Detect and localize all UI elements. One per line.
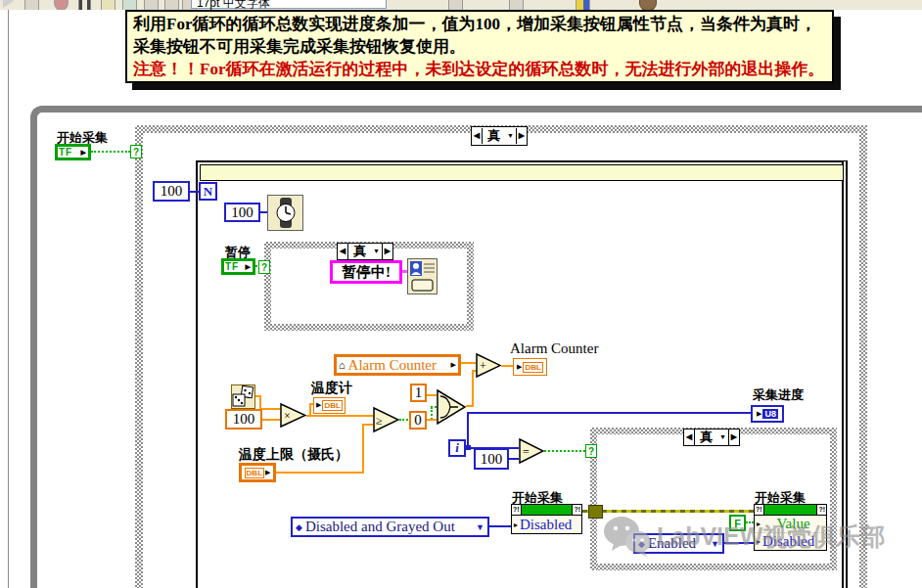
boolean-reference-bar bbox=[521, 505, 574, 515]
pause-case-selector-label[interactable]: ◀ 真 ▼ ▶ bbox=[337, 243, 393, 260]
progress-label[interactable]: 采集进度 bbox=[753, 386, 804, 404]
ring-caret-icon[interactable]: ▼ bbox=[476, 522, 484, 532]
property-row-disabled[interactable]: ▸ Disabled bbox=[512, 516, 581, 533]
outer-case-selector-value[interactable]: 真 bbox=[483, 128, 505, 144]
for-loop-count-terminal[interactable]: N bbox=[199, 182, 217, 201]
pause-message-string-constant[interactable]: 暂停中! bbox=[330, 260, 402, 284]
loop-count-constant[interactable]: 100 bbox=[153, 181, 190, 202]
font-selector[interactable]: 17pt 中文字体 bbox=[191, 0, 387, 9]
temperature-limit-control-terminal[interactable]: DBL ▶ bbox=[239, 463, 276, 482]
distribute-menu-icon[interactable] bbox=[509, 0, 524, 10]
pause-button-icon[interactable] bbox=[78, 0, 91, 10]
distribute-objects-icon[interactable] bbox=[144, 0, 159, 10]
wire-limit-h2 bbox=[362, 424, 373, 426]
align-menu-icon[interactable] bbox=[448, 0, 463, 10]
comment-box[interactable]: 利用For循环的循环总数实现进度条加一，值为100，增加采集按钮属性节点，当条件… bbox=[125, 10, 834, 83]
pause-case-selector-value[interactable]: 真 bbox=[348, 244, 371, 259]
terminal-out-arrow-icon: ▶ bbox=[246, 263, 252, 270]
case-next-arrow-icon[interactable]: ▶ bbox=[728, 430, 739, 445]
inner-case-selector-value[interactable]: 真 bbox=[695, 430, 717, 445]
comment-text-black: 利用For循环的循环总数实现进度条加一，值为100，增加采集按钮属性节点，当条件… bbox=[133, 13, 826, 58]
case-dropdown-caret-icon[interactable]: ▼ bbox=[505, 132, 516, 140]
clipboard-icon[interactable] bbox=[101, 0, 115, 10]
disabled-grayed-ring-constant[interactable]: ◆ Disabled and Grayed Out ▼ bbox=[291, 517, 489, 537]
wire-equal-dotted bbox=[544, 450, 585, 452]
add-symbol: + bbox=[480, 359, 486, 373]
abort-button-icon[interactable] bbox=[54, 0, 69, 10]
case-dropdown-caret-icon[interactable]: ▼ bbox=[717, 433, 728, 441]
wire-i-junction bbox=[466, 445, 471, 450]
wire-dice-v bbox=[259, 395, 261, 409]
case-prev-arrow-icon[interactable]: ◀ bbox=[472, 128, 483, 144]
terminal-out-arrow-icon: ▶ bbox=[265, 470, 270, 476]
wire-ring-to-propleft bbox=[489, 525, 511, 527]
case-next-arrow-icon[interactable]: ▶ bbox=[516, 128, 527, 144]
temperature-limit-label[interactable]: 温度上限（摄氏） bbox=[239, 446, 348, 464]
wire-select-true bbox=[427, 394, 437, 396]
multiply-symbol: × bbox=[284, 409, 291, 423]
wire-count bbox=[190, 191, 199, 193]
outer-case-selector-label[interactable]: ◀ 真 ▼ ▶ bbox=[471, 126, 528, 146]
reorder-menu-icon[interactable] bbox=[639, 0, 657, 10]
pause-case-border-bottom bbox=[264, 324, 474, 331]
multiply-node[interactable]: × bbox=[280, 402, 306, 432]
run-continuous-icon[interactable] bbox=[24, 0, 39, 10]
loop-total-constant[interactable]: 100 bbox=[474, 448, 509, 470]
terminal-in-arrow-icon: ▶ bbox=[316, 402, 321, 409]
wire-control-reference bbox=[582, 510, 754, 513]
terminal-in-arrow-icon: ▶ bbox=[757, 411, 761, 418]
thermometer-indicator-terminal[interactable]: ▶ DBL bbox=[313, 397, 346, 414]
pause-control-terminal[interactable]: TF▶ bbox=[221, 258, 255, 275]
inner-case-border-bottom bbox=[590, 564, 837, 570]
equal-node[interactable]: = bbox=[519, 437, 544, 469]
property-node-help-icon: ?! bbox=[573, 505, 581, 515]
multiplier-constant[interactable]: 100 bbox=[225, 409, 262, 430]
greater-equal-node[interactable]: ≥ bbox=[373, 406, 399, 437]
case-prev-arrow-icon[interactable]: ◀ bbox=[684, 430, 695, 445]
pause-case-selector-terminal[interactable]: ? bbox=[258, 260, 270, 274]
property-node-left[interactable]: ?! ?! ▸ Disabled bbox=[511, 504, 582, 534]
toolbar: 17pt 中文字体 bbox=[0, 0, 922, 10]
wire-localvar-to-add bbox=[461, 362, 476, 364]
outer-case-selector-terminal[interactable]: ? bbox=[130, 145, 142, 158]
resize-objects-icon[interactable] bbox=[164, 0, 179, 10]
wire-select-false bbox=[427, 419, 437, 421]
select-true-constant[interactable]: 1 bbox=[410, 384, 427, 402]
alarm-counter-local-variable[interactable]: ⌂ Alarm Counter ▶ bbox=[334, 354, 461, 376]
resize-menu-icon[interactable] bbox=[576, 0, 590, 10]
inner-case-selector-label[interactable]: ◀ 真 ▼ ▶ bbox=[683, 429, 740, 446]
inner-case-selector-terminal[interactable]: ? bbox=[585, 444, 597, 458]
wire-total-to-equal bbox=[509, 458, 519, 460]
ring-diamond-icon: ◆ bbox=[296, 522, 302, 532]
outer-case-border-left bbox=[135, 125, 143, 588]
terminal-out-arrow-icon: ▶ bbox=[81, 149, 87, 156]
start-control-terminal[interactable]: TF▶ bbox=[55, 144, 91, 160]
for-loop-subdiagram-label[interactable] bbox=[200, 164, 844, 181]
thermometer-label[interactable]: 温度计 bbox=[311, 380, 352, 397]
pause-case-border-left bbox=[264, 242, 271, 331]
window-left-edge bbox=[8, 10, 9, 588]
add-node[interactable]: + bbox=[476, 352, 501, 383]
case-next-arrow-icon[interactable]: ▶ bbox=[382, 244, 392, 259]
select-false-constant[interactable]: 0 bbox=[409, 411, 427, 430]
greater-equal-symbol: ≥ bbox=[376, 414, 383, 428]
alarm-counter-indicator-terminal[interactable]: ▶ DBL bbox=[513, 358, 547, 376]
case-prev-arrow-icon[interactable]: ◀ bbox=[338, 244, 348, 259]
iteration-terminal[interactable]: i bbox=[448, 439, 466, 457]
property-node-header: ?! ?! bbox=[512, 505, 581, 516]
run-button-icon[interactable] bbox=[3, 0, 14, 8]
wait-ms-icon[interactable] bbox=[267, 195, 303, 235]
wait-ms-constant[interactable]: 100 bbox=[224, 203, 260, 222]
align-objects-icon[interactable] bbox=[122, 0, 137, 10]
one-button-dialog-icon[interactable] bbox=[407, 258, 438, 298]
case-dropdown-caret-icon[interactable]: ▼ bbox=[371, 248, 382, 255]
alarm-counter-indicator-label[interactable]: Alarm Counter bbox=[510, 340, 598, 357]
wechat-logo-icon bbox=[602, 514, 653, 559]
property-node-help-icon: ?! bbox=[512, 505, 521, 515]
font-selector-value: 17pt 中文字体 bbox=[197, 0, 270, 10]
pause-case-border-right bbox=[467, 242, 474, 331]
wire-select-v bbox=[472, 370, 474, 407]
wire-mult-const bbox=[262, 419, 280, 421]
progress-indicator-terminal[interactable]: ▶ U8 bbox=[751, 405, 784, 423]
select-node[interactable] bbox=[437, 388, 466, 430]
